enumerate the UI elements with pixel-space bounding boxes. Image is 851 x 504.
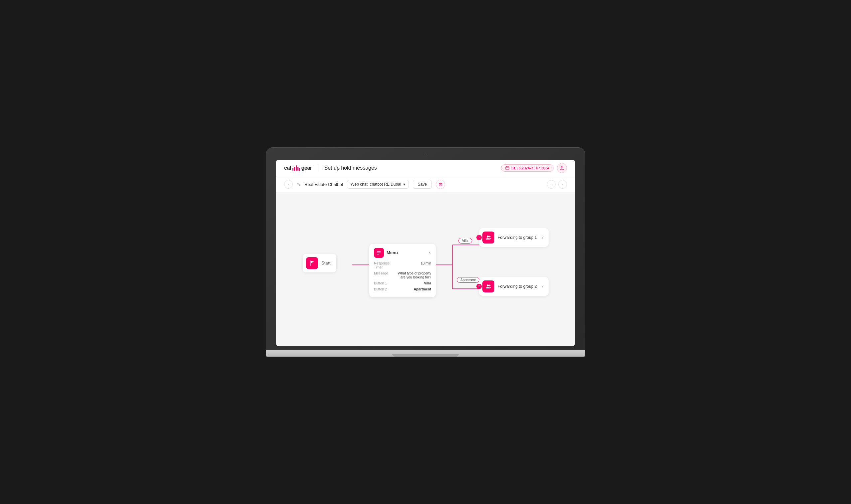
nav-left-button[interactable]: ‹ xyxy=(547,180,556,188)
laptop-screen: cal gear Set up hold messages xyxy=(276,160,575,346)
forward1-icon xyxy=(483,232,494,244)
forward2-icon xyxy=(483,281,494,292)
badge-1: 1 xyxy=(476,235,482,240)
message-label: Message xyxy=(374,271,397,279)
logo-divider xyxy=(318,164,319,172)
trash-icon xyxy=(438,182,442,186)
response-timer-label: Response Timer xyxy=(374,261,397,269)
logo-bar-4 xyxy=(297,167,298,171)
button1-field: Button 1 Villa xyxy=(374,281,431,285)
app-header: cal gear Set up hold messages xyxy=(276,160,575,177)
logo-text-2: gear xyxy=(302,165,312,171)
villa-pill: Villa xyxy=(458,238,472,244)
laptop-base xyxy=(266,350,585,357)
start-icon xyxy=(306,257,318,269)
menu-title-row: Menu xyxy=(374,248,398,258)
dropdown-arrow-icon: ▾ xyxy=(403,182,405,187)
logo-bar-1 xyxy=(292,168,293,171)
header-right: 01.06.2024-31.07.2024 xyxy=(501,163,567,173)
message-field: Message What type of property are you lo… xyxy=(374,271,431,279)
svg-point-21 xyxy=(489,285,491,286)
date-badge[interactable]: 01.06.2024-31.07.2024 xyxy=(501,164,554,172)
upload-icon xyxy=(560,166,564,170)
camera xyxy=(424,154,427,157)
logo: cal gear xyxy=(284,165,312,171)
calendar-icon xyxy=(505,166,509,170)
menu-node[interactable]: Menu ∧ Response Timer 10 min Message Wha… xyxy=(369,244,436,297)
forward-node-2[interactable]: 2 Forwarding to group 2 ∨ xyxy=(479,277,548,296)
collapse-icon[interactable]: ∧ xyxy=(428,251,431,255)
response-timer-value: 10 min xyxy=(397,261,431,269)
delete-button[interactable] xyxy=(436,180,445,189)
logo-text: cal xyxy=(284,165,291,171)
svg-rect-0 xyxy=(506,167,509,170)
svg-point-18 xyxy=(487,236,489,237)
toolbar: ‹ ✎ Real Estate Chatbot Web chat, chatbo… xyxy=(276,177,575,192)
forward2-chevron[interactable]: ∨ xyxy=(541,284,544,288)
logo-bar-3 xyxy=(296,165,297,171)
project-name: Real Estate Chatbot xyxy=(304,182,343,187)
group-icon-1 xyxy=(485,234,492,241)
group-icon-2 xyxy=(485,283,492,290)
logo-bars xyxy=(292,165,300,171)
svg-rect-4 xyxy=(439,183,442,186)
forward1-label: Forwarding to group 1 xyxy=(498,235,537,240)
forward-node-1[interactable]: 1 Forwarding to group 1 ∨ xyxy=(479,228,548,247)
button2-value: Apartment xyxy=(397,287,431,291)
menu-title: Menu xyxy=(386,250,398,255)
menu-icon xyxy=(374,248,384,258)
start-label: Start xyxy=(321,260,330,266)
start-node[interactable]: Start xyxy=(303,254,336,272)
flow-canvas: Villa Apartment Start xyxy=(276,192,575,346)
channel-label: Web chat, chatbot RE Dubai xyxy=(351,182,401,187)
toolbar-right: ‹ › xyxy=(547,180,567,188)
upload-button[interactable] xyxy=(557,163,567,173)
svg-point-20 xyxy=(487,285,489,286)
button1-label: Button 1 xyxy=(374,281,397,285)
header-left: cal gear Set up hold messages xyxy=(284,164,377,172)
edit-icon: ✎ xyxy=(297,182,301,187)
apartment-pill: Apartment xyxy=(457,277,479,283)
channel-dropdown[interactable]: Web chat, chatbot RE Dubai ▾ xyxy=(347,180,409,188)
response-timer-field: Response Timer 10 min xyxy=(374,261,431,269)
menu-node-header: Menu ∧ xyxy=(374,248,431,258)
nav-right-button[interactable]: › xyxy=(558,180,567,188)
svg-point-19 xyxy=(489,236,491,237)
list-icon xyxy=(376,250,382,255)
flag-icon xyxy=(309,260,315,266)
forward2-label: Forwarding to group 2 xyxy=(498,284,537,289)
save-button[interactable]: Save xyxy=(413,180,432,188)
logo-bar-2 xyxy=(294,167,295,171)
button2-label: Button 2 xyxy=(374,287,397,291)
page-title: Set up hold messages xyxy=(324,165,377,171)
back-button[interactable]: ‹ xyxy=(284,180,293,188)
button2-field: Button 2 Apartment xyxy=(374,287,431,291)
button1-value: Villa xyxy=(397,281,431,285)
laptop-container: cal gear Set up hold messages xyxy=(266,147,585,357)
logo-bar-5 xyxy=(299,168,300,171)
app-container: cal gear Set up hold messages xyxy=(276,160,575,346)
badge-2: 2 xyxy=(476,284,482,289)
date-range-text: 01.06.2024-31.07.2024 xyxy=(511,166,549,170)
forward1-chevron[interactable]: ∨ xyxy=(541,235,544,239)
screen-bezel: cal gear Set up hold messages xyxy=(266,147,585,350)
message-value: What type of property are you looking fo… xyxy=(397,271,431,279)
